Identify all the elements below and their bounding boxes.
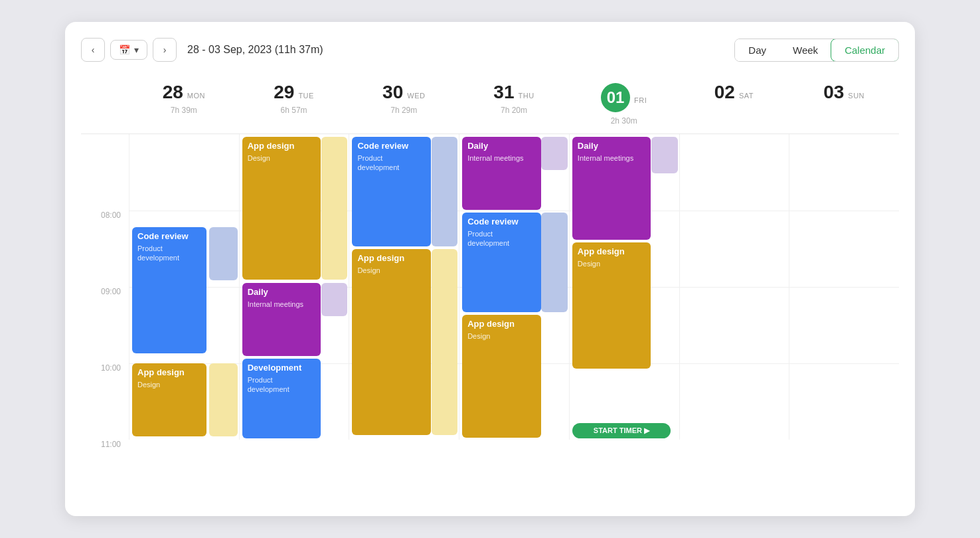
event-subtitle: Product development <box>357 153 426 173</box>
event-subtitle: Design <box>248 153 316 163</box>
event-subtitle: Design <box>578 259 646 268</box>
event-title: Daily <box>248 287 316 298</box>
event-thu-code-review[interactable]: Code review Product development <box>462 213 541 312</box>
col-fri: Daily Internal meetings App design Desig… <box>569 134 679 440</box>
day-name-wed: WED <box>407 92 425 100</box>
col-wed: Code review Product development App desi… <box>349 134 459 440</box>
event-thu-lavender-mid[interactable] <box>541 213 568 312</box>
event-thu-app-design[interactable]: App design Design <box>462 315 541 438</box>
event-fri-daily[interactable]: Daily Internal meetings <box>572 137 651 240</box>
view-switcher: Day Week Calendar <box>734 39 899 62</box>
day-headers: 28 MON 7h 39m 29 TUE 6h 57m 30 WED 7h 2 <box>81 78 899 134</box>
day-name-thu: THU <box>519 92 534 100</box>
event-subtitle: Internal meetings <box>248 300 316 309</box>
day-duration-29: 6h 57m <box>281 106 307 115</box>
grid-body: 08:00 09:00 10:00 11:00 Code review Prod… <box>81 134 899 516</box>
calendar-view-button[interactable]: Calendar <box>831 39 899 62</box>
event-title: Development <box>248 363 316 374</box>
day-number-30: 30 <box>382 83 403 102</box>
day-number-03: 03 <box>823 83 844 102</box>
time-label-1000: 10:00 <box>81 363 129 440</box>
day-header-mon: 28 MON 7h 39m <box>129 78 239 128</box>
time-spacer <box>81 134 129 211</box>
day-header-sun: 03 SUN <box>789 78 899 128</box>
col-mon: Code review Product development App desi… <box>129 134 239 440</box>
day-duration-30: 7h 29m <box>390 106 417 115</box>
event-wed-yellow[interactable] <box>432 249 458 435</box>
day-header-thu: 31 THU 7h 20m <box>459 78 569 128</box>
event-mon-yellow[interactable] <box>209 363 238 436</box>
day-number-28: 28 <box>163 83 183 102</box>
event-subtitle: Internal meetings <box>467 153 536 163</box>
header: ‹ 📅 ▾ › 28 - 03 Sep, 2023 (11h 37m) Day … <box>81 38 899 62</box>
event-title: Code review <box>467 217 536 228</box>
event-title: App design <box>248 141 316 152</box>
event-wed-code-review[interactable]: Code review Product development <box>352 137 431 246</box>
start-timer-button[interactable]: START TIMER ▶ <box>572 423 671 438</box>
time-labels: 08:00 09:00 10:00 11:00 <box>81 134 129 516</box>
day-number-29: 29 <box>274 83 294 102</box>
time-label-0800: 08:00 <box>81 211 129 287</box>
day-number-02: 02 <box>714 83 735 102</box>
day-name-tue: TUE <box>298 92 314 100</box>
event-tue-daily[interactable]: Daily Internal meetings <box>242 283 321 356</box>
event-subtitle: Product development <box>137 244 201 263</box>
chevron-down-icon: ▾ <box>134 45 139 55</box>
event-subtitle: Product development <box>248 375 316 395</box>
event-wed-app-design[interactable]: App design Design <box>352 249 431 435</box>
app-container: ‹ 📅 ▾ › 28 - 03 Sep, 2023 (11h 37m) Day … <box>65 22 915 516</box>
event-subtitle: Design <box>357 266 426 275</box>
day-name-sat: SAT <box>739 92 754 100</box>
calendar-picker-button[interactable]: 📅 ▾ <box>110 40 147 60</box>
next-button[interactable]: › <box>153 38 177 62</box>
day-duration-31: 7h 20m <box>501 106 527 115</box>
week-view-button[interactable]: Week <box>779 39 831 61</box>
event-subtitle: Design <box>467 331 536 341</box>
event-title: Daily <box>578 141 646 152</box>
day-name-sun: SUN <box>848 92 864 100</box>
event-tue-yellow[interactable] <box>321 137 348 280</box>
event-wed-lavender[interactable] <box>432 137 458 246</box>
event-mon-code-review[interactable]: Code review Product development <box>132 227 206 353</box>
time-col-empty <box>81 78 129 128</box>
col-sat <box>679 134 789 440</box>
time-label-1100: 11:00 <box>81 440 129 516</box>
event-mon-lavender[interactable] <box>209 227 238 280</box>
event-subtitle: Design <box>137 380 201 389</box>
event-title: App design <box>137 367 201 379</box>
calendar-wrap: 28 MON 7h 39m 29 TUE 6h 57m 30 WED 7h 2 <box>81 78 899 516</box>
event-tue-development[interactable]: Development Product development <box>242 359 321 438</box>
day-name-mon: MON <box>187 92 205 100</box>
event-title: Daily <box>467 141 536 152</box>
day-header-sat: 02 SAT <box>679 78 789 128</box>
event-tue-app-design[interactable]: App design Design <box>242 137 321 280</box>
day-header-tue: 29 TUE 6h 57m <box>239 78 349 128</box>
calendar-icon: 📅 <box>119 45 130 55</box>
event-thu-daily[interactable]: Daily Internal meetings <box>462 137 541 210</box>
day-duration-01: 2h 30m <box>611 116 637 126</box>
day-number-31: 31 <box>493 83 514 102</box>
date-range-label: 28 - 03 Sep, 2023 (11h 37m) <box>187 44 323 56</box>
event-mon-app-design[interactable]: App design Design <box>132 363 206 436</box>
event-title: Code review <box>137 231 201 242</box>
event-tue-lavender[interactable] <box>321 283 348 316</box>
col-sun <box>789 134 899 440</box>
header-left: ‹ 📅 ▾ › 28 - 03 Sep, 2023 (11h 37m) <box>81 38 323 62</box>
day-header-fri: 01 FRI 2h 30m <box>569 78 679 128</box>
event-title: App design <box>578 246 646 258</box>
time-label-0900: 09:00 <box>81 287 129 363</box>
day-number-01: 01 <box>601 83 630 112</box>
day-name-fri: FRI <box>634 96 647 104</box>
day-header-wed: 30 WED 7h 29m <box>349 78 459 128</box>
event-thu-lavender-top[interactable] <box>541 137 568 170</box>
col-thu: Daily Internal meetings Code review Prod… <box>459 134 569 440</box>
event-fri-app-design[interactable]: App design Design <box>572 242 651 369</box>
day-duration-28: 7h 39m <box>171 106 197 115</box>
prev-button[interactable]: ‹ <box>81 38 105 62</box>
event-subtitle: Product development <box>467 229 536 248</box>
event-title: App design <box>467 319 536 330</box>
day-view-button[interactable]: Day <box>735 39 779 61</box>
col-tue: App design Design Daily Internal meeting… <box>239 134 349 440</box>
event-title: Code review <box>357 141 426 152</box>
event-fri-lavender[interactable] <box>651 137 678 173</box>
